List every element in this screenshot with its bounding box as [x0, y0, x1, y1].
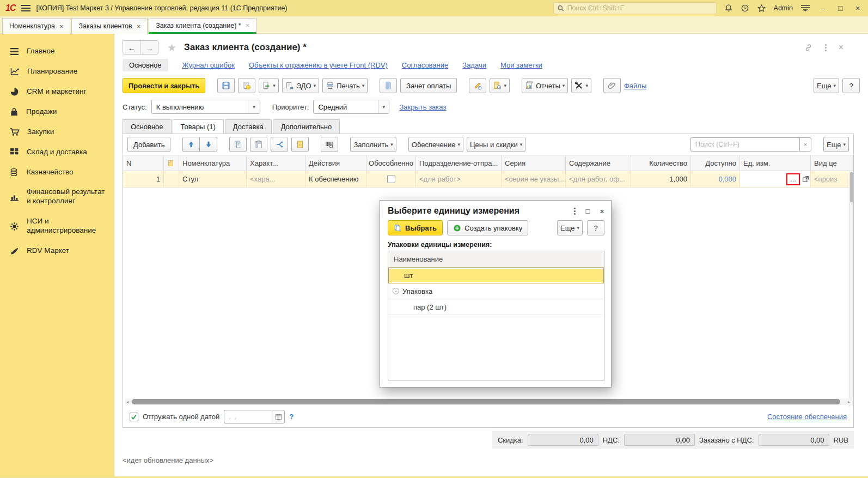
notifications-bell-icon[interactable] — [724, 4, 733, 13]
print-button[interactable]: Печать▾ — [322, 78, 368, 93]
sidebar-item-warehouse[interactable]: Склад и доставка — [0, 142, 114, 162]
scrollbar-thumb[interactable] — [132, 399, 840, 404]
priority-combobox[interactable]: ▾ — [313, 100, 389, 114]
edo-button[interactable]: ЭДО▾ — [282, 78, 319, 93]
nav-link-osnovnoe[interactable]: Основное — [123, 59, 168, 71]
open-popup-icon[interactable] — [802, 176, 809, 183]
more-menu-icon[interactable] — [825, 47, 827, 49]
column-department[interactable]: Подразделение-отпра... — [416, 155, 502, 171]
payment-offset-button[interactable]: Зачет оплаты — [400, 78, 457, 93]
copy-rows-button[interactable] — [229, 137, 247, 152]
column-n[interactable]: N — [123, 155, 164, 171]
dialog-help-button[interactable]: ? — [587, 220, 604, 235]
sidebar-item-treasury[interactable]: Казначейство — [0, 162, 114, 183]
dialog-close-icon[interactable]: × — [600, 207, 604, 216]
document-deadline-button[interactable]: ▾ — [490, 78, 510, 93]
column-separate[interactable]: Обособленно — [366, 155, 416, 171]
get-link-icon[interactable] — [804, 43, 813, 52]
history-icon[interactable] — [741, 4, 749, 13]
prices-discounts-button[interactable]: Цены и скидки▾ — [467, 137, 525, 152]
global-search-input[interactable] — [567, 4, 713, 12]
reports-button[interactable]: Отчеты▾ — [522, 78, 568, 93]
list-item-par[interactable]: пар (2 шт) — [388, 299, 604, 315]
create-package-button[interactable]: Создать упаковку — [447, 220, 528, 235]
dropdown-icon[interactable]: ▾ — [378, 100, 389, 113]
cell-unit-editor[interactable]: ... — [740, 171, 811, 187]
create-based-on-button[interactable]: ▾ — [259, 78, 279, 93]
main-menu-icon[interactable] — [21, 5, 30, 11]
scroll-right-icon[interactable]: ▸ — [848, 400, 850, 404]
column-content[interactable]: Содержание — [566, 155, 631, 171]
list-item-upakovka[interactable]: −Упаковка — [388, 283, 604, 299]
favorites-star-icon[interactable] — [757, 4, 766, 13]
cell-characteristic[interactable]: <хара... — [247, 171, 305, 187]
files-link[interactable]: Файлы — [624, 82, 646, 90]
choose-unit-ellipsis-button[interactable]: ... — [790, 175, 796, 183]
column-quantity[interactable]: Количество — [631, 155, 691, 171]
tab-zakaz-klienta-active[interactable]: Заказ клиента (создание) * × — [149, 18, 256, 34]
table-search-input[interactable] — [690, 137, 799, 152]
supply-state-link[interactable]: Состояние обеспечения — [767, 413, 847, 421]
minimize-icon[interactable]: – — [818, 4, 828, 12]
nav-link-soglasovanie[interactable]: Согласование — [402, 61, 448, 69]
tab-zakazy-klientov[interactable]: Заказы клиентов × — [71, 18, 148, 34]
list-item-sht[interactable]: шт — [388, 268, 604, 283]
dropdown-icon[interactable]: ▾ — [248, 100, 259, 113]
attachments-button[interactable] — [603, 78, 621, 93]
user-name[interactable]: Admin — [774, 4, 793, 12]
subtab-dostavka[interactable]: Доставка — [225, 119, 272, 134]
collapse-expander-icon[interactable]: − — [393, 288, 399, 294]
sidebar-item-main[interactable]: Главное — [0, 41, 114, 62]
close-tab-icon[interactable]: × — [246, 21, 250, 29]
close-order-link[interactable]: Закрыть заказ — [399, 103, 446, 111]
close-tab-icon[interactable]: × — [59, 22, 64, 31]
calendar-icon[interactable] — [272, 410, 285, 423]
cell-quantity[interactable]: 1,000 — [631, 171, 691, 187]
sidebar-item-purchases[interactable]: Закупки — [0, 122, 114, 142]
column-unit[interactable]: Ед. изм. — [740, 155, 811, 171]
service-tools-button[interactable]: ▾ — [571, 78, 591, 93]
close-tab-icon[interactable]: × — [137, 22, 141, 31]
cell-series[interactable]: <серия не указы... — [502, 171, 566, 187]
cell-nomenclature[interactable]: Стул — [179, 171, 247, 187]
nav-link-front-rdv[interactable]: Объекты к отражению в учете Front (RDV) — [249, 61, 388, 69]
registers-button[interactable] — [380, 78, 397, 93]
split-row-button[interactable] — [271, 137, 288, 152]
vertical-scrollbar[interactable] — [849, 171, 853, 406]
column-name[interactable]: Наименование — [388, 251, 604, 268]
column-available[interactable]: Доступно — [691, 155, 740, 171]
help-button[interactable]: ? — [842, 78, 860, 93]
supply-menu-button[interactable]: Обеспечение▾ — [408, 137, 463, 152]
paste-rows-button[interactable] — [250, 137, 267, 152]
back-icon[interactable]: ← — [123, 41, 140, 54]
sidebar-item-nsi-admin[interactable]: НСИ и администрирование — [0, 211, 114, 241]
table-more-button[interactable]: Еще▾ — [823, 137, 849, 152]
sidebar-item-planning[interactable]: Планирование — [0, 62, 114, 82]
nav-link-moi-zametki[interactable]: Мои заметки — [500, 61, 542, 69]
sidebar-item-crm[interactable]: CRM и маркетинг — [0, 82, 114, 102]
cell-n[interactable]: 1 — [123, 171, 164, 187]
service-menu-icon[interactable] — [800, 4, 810, 12]
date-help-link[interactable]: ? — [289, 413, 294, 421]
scroll-left-icon[interactable]: ◂ — [126, 400, 129, 404]
fill-menu-button[interactable]: Заполнить▾ — [350, 137, 396, 152]
clear-search-icon[interactable]: × — [799, 137, 811, 152]
dialog-more-icon[interactable] — [574, 210, 576, 212]
column-marker[interactable] — [164, 155, 179, 171]
save-button[interactable] — [217, 78, 235, 93]
dialog-maximize-icon[interactable]: □ — [585, 207, 590, 215]
cell-department[interactable]: <для работ> — [416, 171, 502, 187]
ship-date-input[interactable] — [224, 410, 272, 423]
close-form-icon[interactable]: × — [839, 43, 843, 52]
move-up-button[interactable] — [182, 137, 200, 152]
subtab-osnovnoe[interactable]: Основное — [123, 119, 172, 134]
dialog-more-button[interactable]: Еще▾ — [557, 220, 583, 235]
close-window-icon[interactable]: × — [853, 4, 863, 12]
table-row[interactable]: 1 Стул <хара... К обеспечению <для работ… — [123, 171, 853, 187]
cell-actions[interactable]: К обеспечению — [305, 171, 366, 187]
cell-separate[interactable] — [366, 171, 416, 187]
sidebar-item-finance[interactable]: Финансовый результат и контроллинг — [0, 182, 114, 211]
column-nomenclature[interactable]: Номенклатура — [179, 155, 247, 171]
favorite-star-icon[interactable]: ★ — [167, 41, 176, 54]
barcode-scan-button[interactable] — [321, 137, 338, 152]
